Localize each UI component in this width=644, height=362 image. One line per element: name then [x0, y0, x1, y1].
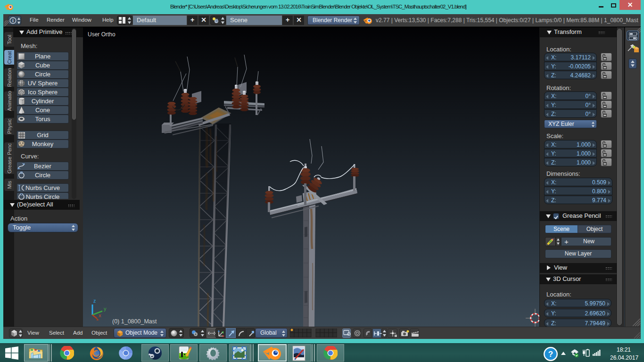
svg-text:y: y — [104, 306, 107, 312]
svg-text:z: z — [93, 298, 96, 304]
svg-text:i: i — [12, 18, 14, 23]
svg-text:(0) 1_0800_Mast: (0) 1_0800_Mast — [112, 318, 157, 325]
svg-text:?: ? — [548, 350, 553, 359]
svg-text:User Ortho: User Ortho — [88, 31, 116, 38]
svg-text:x: x — [99, 313, 101, 318]
